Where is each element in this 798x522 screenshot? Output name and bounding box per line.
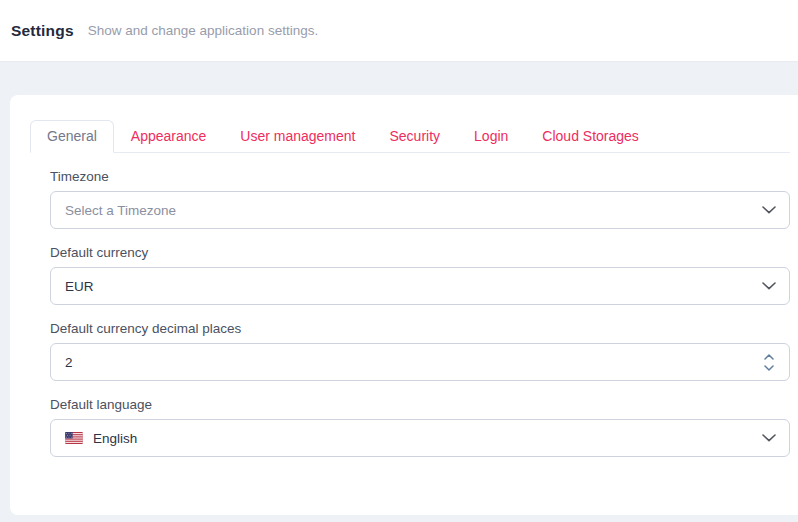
number-spinner[interactable]	[764, 354, 776, 371]
currency-label: Default currency	[50, 245, 790, 261]
language-select[interactable]: English	[50, 419, 790, 457]
tab-login[interactable]: Login	[457, 120, 525, 153]
us-flag-icon	[65, 432, 83, 444]
language-field-group: Default language	[50, 397, 790, 457]
tab-appearance[interactable]: Appearance	[114, 120, 224, 153]
spinner-up-icon	[764, 354, 774, 360]
settings-card: General Appearance User management Secur…	[10, 95, 798, 515]
timezone-placeholder: Select a Timezone	[65, 203, 176, 218]
currency-select[interactable]: EUR	[50, 267, 790, 305]
chevron-down-icon	[762, 434, 776, 442]
currency-value: EUR	[65, 279, 94, 294]
general-tab-panel: Timezone Select a Timezone Default curre…	[30, 153, 790, 457]
page-header: Settings Show and change application set…	[0, 0, 798, 62]
page-title: Settings	[11, 22, 74, 40]
tab-cloud-storages[interactable]: Cloud Storages	[525, 120, 656, 153]
decimals-number-input[interactable]: 2	[50, 343, 790, 381]
spinner-down-icon	[764, 365, 774, 371]
decimals-label: Default currency decimal places	[50, 321, 790, 337]
decimals-field-group: Default currency decimal places 2	[50, 321, 790, 381]
settings-tab-bar: General Appearance User management Secur…	[30, 119, 790, 153]
timezone-label: Timezone	[50, 169, 790, 185]
timezone-field-group: Timezone Select a Timezone	[50, 169, 790, 229]
language-value: English	[93, 431, 137, 446]
chevron-down-icon	[762, 282, 776, 290]
page-subtitle: Show and change application settings.	[88, 23, 318, 38]
chevron-down-icon	[762, 206, 776, 214]
language-label: Default language	[50, 397, 790, 413]
tab-user-management[interactable]: User management	[223, 120, 372, 153]
tab-security[interactable]: Security	[373, 120, 458, 153]
decimals-value: 2	[65, 355, 73, 370]
tab-general[interactable]: General	[30, 120, 114, 153]
currency-field-group: Default currency EUR	[50, 245, 790, 305]
timezone-select[interactable]: Select a Timezone	[50, 191, 790, 229]
